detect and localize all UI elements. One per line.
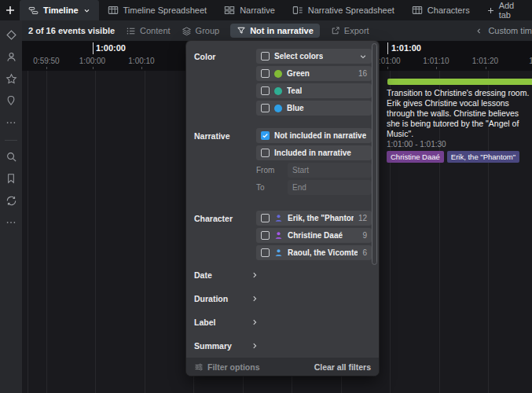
sidebar-divider <box>5 140 17 141</box>
minor-tick-dot <box>46 67 47 69</box>
tab-narrative-spreadsheet[interactable]: Narrative Spreadsheet <box>284 0 403 20</box>
event-duration-bar[interactable] <box>387 79 532 85</box>
bookmark-button[interactable] <box>2 169 20 188</box>
locations-button[interactable] <box>2 91 20 110</box>
option-count: 6 <box>362 248 367 257</box>
diamond-tool-button[interactable] <box>2 25 20 44</box>
summary-filter-section[interactable]: Summary <box>186 334 379 358</box>
tab-label: Narrative <box>240 6 275 15</box>
funnel-icon <box>237 26 246 35</box>
content-button[interactable]: Content <box>126 26 171 36</box>
character-tag[interactable]: Christine Daaé <box>387 151 444 163</box>
filter-options-button[interactable]: Filter options <box>194 362 260 372</box>
timeline-toolbar: 2 of 16 events visible Content Group Not… <box>22 20 532 41</box>
character-filter-section: Character Erik, the "Phantom" 12 Christi… <box>186 198 379 263</box>
characters-button[interactable] <box>2 47 20 66</box>
tab-label: Timeline Spreadsheet <box>123 6 207 15</box>
not-included-in-narrative-option[interactable]: Not included in narrative <box>256 128 372 143</box>
to-input[interactable] <box>288 180 372 195</box>
color-option-label: Blue <box>287 104 304 112</box>
checkbox[interactable] <box>261 104 270 112</box>
sync-button[interactable] <box>2 191 20 210</box>
events-visible-status: 2 of 16 events visible <box>28 26 115 35</box>
more-options-icon[interactable] <box>2 213 20 232</box>
custom-timeline-control[interactable]: Custom tim <box>475 26 532 35</box>
label-filter-section[interactable]: Label <box>186 310 379 334</box>
character-option-label: Erik, the "Phantom" <box>288 214 354 222</box>
checkbox[interactable] <box>261 52 270 61</box>
character-option-christine[interactable]: Christine Daaé 9 <box>256 228 372 243</box>
from-input[interactable] <box>288 163 372 178</box>
included-in-narrative-option[interactable]: Included in narrative <box>256 145 372 160</box>
chevron-left-icon <box>475 28 482 35</box>
color-option-green[interactable]: Green 16 <box>256 66 372 81</box>
checkbox[interactable] <box>261 214 270 222</box>
chevron-right-icon <box>251 271 259 279</box>
add-event-button[interactable] <box>0 0 20 20</box>
search-button[interactable] <box>2 147 20 166</box>
filter-options-label: Filter options <box>207 362 260 372</box>
narrative-filter-section: Narrative Not included in narrative Incl… <box>186 119 379 198</box>
tab-label: Timeline <box>43 6 78 15</box>
color-option-label: Green <box>287 69 310 78</box>
panel-scrollbar[interactable] <box>372 43 377 265</box>
section-label: Label <box>194 318 251 327</box>
date-filter-section[interactable]: Date <box>186 263 379 287</box>
major-tick-label: 1:00:00 <box>96 43 126 53</box>
plus-icon <box>486 6 495 15</box>
tab-timeline-spreadsheet[interactable]: Timeline Spreadsheet <box>99 0 216 20</box>
minor-tick-label: 1:01:30 <box>529 57 532 65</box>
to-label: To <box>256 183 288 192</box>
clear-all-filters-button[interactable]: Clear all filters <box>314 362 371 372</box>
person-icon <box>274 248 283 257</box>
color-option-label: Teal <box>287 86 302 95</box>
narrative-to-row: To <box>256 180 372 195</box>
duration-filter-section[interactable]: Duration <box>186 287 379 310</box>
more-options-icon[interactable] <box>2 113 20 132</box>
select-colors-label: Select colors <box>274 52 323 61</box>
minor-tick-label: 0:59:50 <box>33 57 59 65</box>
color-option-teal[interactable]: Teal <box>256 83 372 98</box>
minor-tick-dot <box>93 67 94 69</box>
add-tab-label: Add tab <box>499 1 524 20</box>
character-option-label: Raoul, the Vicomte de Chagny <box>288 248 358 257</box>
character-option-raoul[interactable]: Raoul, the Vicomte de Chagny 6 <box>256 245 372 260</box>
option-label: Included in narrative <box>274 149 351 157</box>
tab-narrative[interactable]: Narrative <box>215 0 284 20</box>
section-label: Duration <box>194 294 251 303</box>
character-option-erik[interactable]: Erik, the "Phantom" 12 <box>256 211 372 226</box>
option-count: 12 <box>358 214 367 222</box>
section-label: Date <box>194 270 251 280</box>
export-button[interactable]: Export <box>331 26 369 35</box>
narrative-filter-button[interactable]: Not in narrative <box>230 24 320 38</box>
checkbox[interactable] <box>261 69 270 78</box>
chevron-down-icon <box>83 7 90 14</box>
chevron-down-icon <box>359 53 367 61</box>
option-label: Not included in narrative <box>274 131 366 140</box>
favorites-button[interactable] <box>2 69 20 88</box>
checkbox-checked[interactable] <box>261 131 270 140</box>
grid-icon <box>224 5 235 16</box>
tab-characters[interactable]: Characters <box>403 0 479 20</box>
person-icon <box>274 214 283 222</box>
spreadsheet-icon <box>412 5 423 16</box>
character-tag[interactable]: Erik, the "Phantom" <box>447 151 519 163</box>
checkbox[interactable] <box>261 149 270 157</box>
spreadsheet-icon <box>108 5 119 16</box>
group-button[interactable]: Group <box>182 26 220 36</box>
tab-timeline[interactable]: Timeline <box>20 0 98 20</box>
chevron-right-icon <box>251 318 259 326</box>
chevron-right-icon <box>251 295 259 303</box>
filter-panel-footer: Filter options Clear all filters <box>186 358 379 376</box>
timeline-icon <box>28 6 39 16</box>
color-option-blue[interactable]: Blue <box>256 101 372 116</box>
select-colors-row[interactable]: Select colors <box>256 49 372 64</box>
event-summary: Transition to Christine's dressing room.… <box>385 88 530 139</box>
option-count: 9 <box>362 231 367 240</box>
checkbox[interactable] <box>261 231 270 240</box>
event-card[interactable]: Transition to Christine's dressing room.… <box>385 79 532 163</box>
add-tab-button[interactable]: Add tab <box>479 0 532 20</box>
checkbox[interactable] <box>261 86 270 95</box>
sliders-icon <box>194 362 204 372</box>
checkbox[interactable] <box>261 248 270 257</box>
